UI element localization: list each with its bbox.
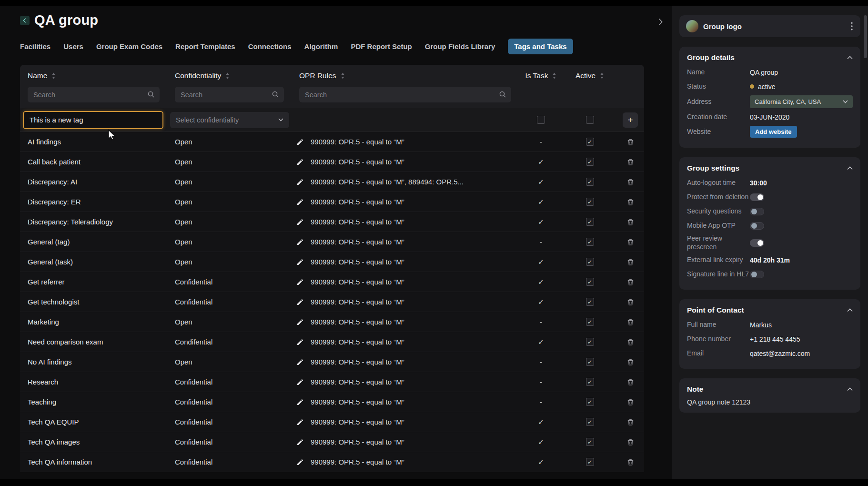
confidentiality-select[interactable]: Select confidentiality [170, 112, 289, 128]
scrollbar[interactable] [864, 15, 867, 58]
tab-connections[interactable]: Connections [248, 39, 292, 54]
delete-tag-button[interactable] [626, 438, 635, 446]
sort-icon[interactable] [51, 72, 56, 79]
edit-opr-rules-button[interactable] [296, 318, 304, 326]
sort-icon[interactable] [341, 72, 345, 79]
sort-icon[interactable] [225, 72, 230, 79]
tab-pdf-report-setup[interactable]: PDF Report Setup [351, 39, 412, 54]
column-header-is-task[interactable]: Is Task [519, 71, 563, 80]
collapse-section-button[interactable] [847, 308, 853, 312]
edit-opr-rules-button[interactable] [296, 138, 304, 146]
toggle-signature-line-in-hl7[interactable] [750, 271, 764, 278]
edit-opr-rules-button[interactable] [296, 438, 304, 446]
delete-tag-button[interactable] [626, 338, 635, 346]
sort-icon[interactable] [600, 72, 604, 79]
column-header-opr-rules[interactable]: OPR Rules [292, 71, 519, 80]
active-checkbox[interactable] [586, 198, 594, 206]
active-checkbox[interactable] [586, 158, 594, 166]
tab-group-exam-codes[interactable]: Group Exam Codes [96, 39, 162, 54]
toggle-peer-review-prescreen[interactable] [750, 239, 764, 247]
delete-tag-button[interactable] [626, 198, 635, 206]
active-checkbox[interactable] [586, 338, 594, 346]
opr-rules-search-input[interactable] [299, 87, 511, 102]
add-tag-button[interactable]: + [623, 112, 638, 128]
toggle-security-questions[interactable] [750, 208, 764, 215]
field-value: QA group [750, 69, 853, 76]
name-search-input[interactable] [28, 87, 160, 102]
delete-tag-button[interactable] [626, 358, 635, 366]
details-panel: Group logo Group details NameQA groupSta… [672, 6, 868, 479]
panel-collapse-button[interactable] [656, 16, 665, 30]
new-tag-name-input[interactable] [23, 111, 163, 129]
active-checkbox[interactable] [586, 378, 594, 386]
delete-tag-button[interactable] [626, 218, 635, 226]
edit-opr-rules-button[interactable] [296, 218, 304, 226]
search-row [20, 87, 644, 108]
active-checkbox[interactable] [586, 318, 594, 326]
active-checkbox[interactable] [586, 278, 594, 286]
tab-users[interactable]: Users [63, 39, 83, 54]
delete-tag-button[interactable] [626, 238, 635, 246]
edit-opr-rules-button[interactable] [296, 338, 304, 346]
active-checkbox[interactable] [586, 218, 594, 226]
delete-tag-button[interactable] [626, 378, 635, 386]
toggle-protect-from-deletion[interactable] [750, 193, 764, 201]
column-header-confidentiality[interactable]: Confidentiality [167, 71, 292, 80]
delete-tag-button[interactable] [626, 418, 635, 426]
edit-opr-rules-button[interactable] [296, 198, 304, 206]
edit-opr-rules-button[interactable] [296, 398, 304, 406]
edit-opr-rules-button[interactable] [296, 178, 304, 186]
panel-menu-button[interactable] [849, 21, 855, 31]
tab-group-fields-library[interactable]: Group Fields Library [425, 39, 495, 54]
delete-tag-button[interactable] [626, 458, 635, 466]
is-task-indicator: - [519, 378, 563, 386]
active-checkbox[interactable] [586, 138, 594, 146]
collapse-section-button[interactable] [847, 56, 853, 60]
edit-opr-rules-button[interactable] [296, 158, 304, 166]
active-checkbox[interactable] [586, 358, 594, 366]
active-checkbox[interactable] [586, 398, 594, 406]
edit-opr-rules-button[interactable] [296, 258, 304, 266]
delete-tag-button[interactable] [626, 298, 635, 306]
confidentiality-search-input[interactable] [175, 87, 284, 102]
edit-opr-rules-button[interactable] [296, 458, 304, 466]
delete-tag-button[interactable] [626, 178, 635, 186]
active-checkbox[interactable] [586, 298, 594, 306]
edit-opr-rules-button[interactable] [296, 378, 304, 386]
collapse-section-button[interactable] [847, 166, 853, 170]
edit-opr-rules-button[interactable] [296, 238, 304, 246]
active-checkbox[interactable] [586, 258, 594, 266]
address-select[interactable]: California City, CA, USA [750, 95, 853, 108]
edit-opr-rules-button[interactable] [296, 418, 304, 426]
active-checkbox[interactable] [586, 438, 594, 446]
back-button[interactable] [20, 16, 30, 25]
tab-facilities[interactable]: Facilities [20, 39, 50, 54]
tab-tags-and-tasks[interactable]: Tags and Tasks [508, 39, 573, 54]
new-is-task-checkbox[interactable] [537, 116, 545, 124]
edit-opr-rules-button[interactable] [296, 358, 304, 366]
active-checkbox[interactable] [586, 418, 594, 426]
new-active-checkbox[interactable] [586, 116, 594, 124]
trash-icon [626, 278, 635, 286]
collapse-section-button[interactable] [847, 387, 853, 391]
delete-tag-button[interactable] [626, 258, 635, 266]
edit-opr-rules-button[interactable] [296, 298, 304, 306]
delete-tag-button[interactable] [626, 398, 635, 406]
add-website-button[interactable]: Add website [750, 126, 797, 138]
tab-report-templates[interactable]: Report Templates [175, 39, 235, 54]
active-checkbox[interactable] [586, 458, 594, 466]
active-checkbox[interactable] [586, 238, 594, 246]
toggle-mobile-app-otp[interactable] [750, 222, 764, 230]
pencil-icon [296, 398, 304, 406]
delete-tag-button[interactable] [626, 138, 635, 146]
edit-opr-rules-button[interactable] [296, 278, 304, 286]
tab-algorithm[interactable]: Algorithm [304, 39, 338, 54]
delete-tag-button[interactable] [626, 158, 635, 166]
delete-tag-button[interactable] [626, 278, 635, 286]
active-checkbox[interactable] [586, 178, 594, 186]
column-header-active[interactable]: Active [563, 71, 616, 80]
delete-tag-button[interactable] [626, 318, 635, 326]
pencil-icon [296, 138, 304, 146]
column-header-name[interactable]: Name [20, 71, 167, 80]
sort-icon[interactable] [552, 72, 556, 79]
